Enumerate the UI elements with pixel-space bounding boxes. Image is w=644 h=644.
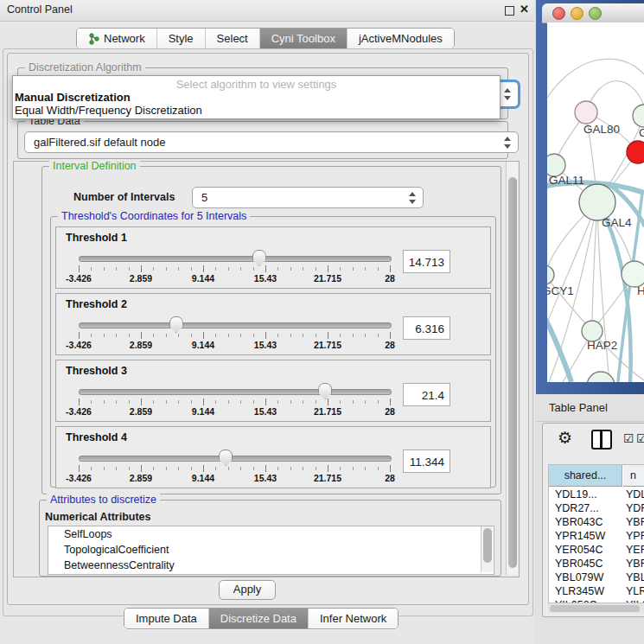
table-row[interactable]: YPR145WYPR1 bbox=[549, 529, 644, 543]
main-vertical-scrollbar[interactable] bbox=[506, 162, 518, 575]
tab-network[interactable]: Network bbox=[77, 29, 157, 48]
list-item-selfloops[interactable]: SelfLoops bbox=[48, 526, 494, 542]
number-of-intervals-combobox[interactable]: 5 bbox=[192, 187, 424, 208]
numerical-attributes-list[interactable]: SelfLoopsTopologicalCoefficientBetweenne… bbox=[48, 526, 494, 575]
slider-thumb[interactable] bbox=[252, 250, 266, 266]
tab-style[interactable]: Style bbox=[157, 29, 206, 48]
attributes-scrollbar-thumb[interactable] bbox=[483, 528, 492, 563]
slider-tick bbox=[265, 265, 266, 272]
table-data-value: galFiltered.sif default node bbox=[34, 136, 165, 149]
traffic-light-zoom-icon[interactable] bbox=[589, 7, 602, 20]
tab-discretize-data[interactable]: Discretize Data bbox=[209, 609, 309, 628]
gear-icon[interactable]: ⚙ bbox=[558, 428, 572, 447]
table-panel-header: Table Panel bbox=[536, 394, 644, 422]
algorithm-dropdown-popup: Select algorithm to view settings Manual… bbox=[12, 75, 501, 119]
node-pink[interactable] bbox=[575, 101, 597, 124]
table-row[interactable]: YER054CYER0 bbox=[549, 543, 644, 557]
traffic-light-close-icon[interactable] bbox=[552, 7, 565, 20]
table-row[interactable]: YBL079WYBL0 bbox=[549, 571, 644, 584]
table-cell: YLR345W bbox=[555, 584, 604, 598]
table-horizontal-scrollbar[interactable] bbox=[548, 603, 644, 613]
slider-tick-label: -3.426 bbox=[66, 273, 92, 284]
main-scrollbar-thumb[interactable] bbox=[508, 177, 517, 568]
table-row[interactable]: YBR045CYBR0 bbox=[549, 557, 644, 571]
slider-tick-label: -3.426 bbox=[66, 473, 92, 483]
node-label-gal4: GAL4 bbox=[602, 216, 632, 229]
slider-tick bbox=[191, 467, 192, 470]
node-gcy1[interactable] bbox=[547, 265, 554, 284]
node-label-hap2: HAP2 bbox=[587, 339, 617, 352]
list-item-topologicalcoefficient[interactable]: TopologicalCoefficient bbox=[48, 542, 494, 558]
slider-tick bbox=[116, 400, 117, 404]
slider-tick bbox=[240, 467, 241, 470]
table-data-combobox[interactable]: galFiltered.sif default node bbox=[24, 131, 519, 153]
list-item-betweennesscentrality[interactable]: BetweennessCentrality bbox=[48, 558, 494, 573]
table-cell: YER054C bbox=[555, 543, 603, 557]
columns-icon[interactable] bbox=[591, 430, 612, 450]
table-cell: YDL1 bbox=[626, 488, 644, 501]
slider-tick bbox=[166, 267, 167, 271]
node-top-right[interactable] bbox=[633, 105, 644, 127]
tab-select[interactable]: Select bbox=[206, 29, 260, 48]
slider-tick-label: 9.144 bbox=[192, 273, 214, 284]
node-bottom[interactable] bbox=[587, 372, 615, 382]
attributes-scrollbar[interactable] bbox=[481, 526, 493, 572]
tab-infer-network[interactable]: Infer Network bbox=[309, 609, 398, 628]
slider-tick bbox=[316, 334, 316, 337]
slider-tick bbox=[316, 267, 316, 271]
slider-thumb[interactable] bbox=[318, 383, 332, 399]
traffic-light-minimize-icon[interactable] bbox=[571, 7, 583, 20]
checkbox-icon[interactable]: ☑ bbox=[623, 431, 634, 445]
tab-jactivemnodules[interactable]: jActiveMNodules bbox=[348, 29, 454, 48]
checkbox-icon[interactable]: ☑ bbox=[636, 431, 644, 445]
slider-tick bbox=[253, 334, 254, 337]
tab-impute-data[interactable]: Impute Data bbox=[124, 609, 209, 628]
node-h[interactable] bbox=[622, 261, 644, 287]
table-cell: YBL079W bbox=[555, 571, 603, 584]
threshold-panel-threshold-1: Threshold 1-3.4262.8599.14415.4321.71528… bbox=[55, 226, 491, 289]
slider-tick bbox=[129, 334, 130, 337]
slider-tick bbox=[365, 334, 366, 337]
menu-item-equal-width-discretization[interactable]: Equal Width/Frequency Discretization bbox=[15, 104, 202, 117]
table-scrollbar-thumb[interactable] bbox=[550, 605, 640, 612]
table-row[interactable]: YBR043CYBR0 bbox=[549, 515, 644, 529]
table-row[interactable]: YDR27...YDR2 bbox=[549, 501, 644, 515]
threshold-value-field[interactable]: 6.316 bbox=[403, 316, 450, 340]
table-cell: YBR0 bbox=[626, 557, 644, 571]
network-window-titlebar[interactable] bbox=[542, 3, 644, 23]
column-header-shared-name[interactable]: shared... bbox=[549, 465, 622, 487]
slider-track[interactable] bbox=[79, 322, 392, 328]
table-row[interactable]: YDL19...YDL1 bbox=[549, 488, 644, 501]
menu-item-manual-discretization[interactable]: Manual Discretization bbox=[15, 91, 131, 104]
threshold-value-field[interactable]: 14.713 bbox=[403, 250, 450, 273]
column-header-name[interactable]: n bbox=[623, 465, 644, 487]
node-red[interactable] bbox=[627, 141, 644, 163]
slider-tick bbox=[228, 334, 229, 337]
slider-track[interactable] bbox=[79, 389, 392, 395]
slider-tick-label: 15.43 bbox=[254, 406, 277, 417]
threshold-panel-threshold-4: Threshold 4-3.4262.8599.14415.4321.71528… bbox=[55, 426, 491, 488]
discretization-algorithm-group-title: Discretization Algorithm bbox=[25, 61, 145, 73]
threshold-value-field[interactable]: 11.344 bbox=[403, 450, 450, 473]
slider-tick bbox=[191, 267, 192, 271]
close-icon[interactable]: ✕ bbox=[520, 3, 529, 16]
node-gal4[interactable] bbox=[579, 184, 615, 220]
slider-tick bbox=[303, 400, 303, 404]
slider-tick bbox=[303, 467, 303, 470]
slider-tick bbox=[353, 267, 354, 271]
slider-track[interactable] bbox=[79, 456, 392, 462]
slider-tick-label: 2.859 bbox=[130, 340, 152, 350]
apply-button[interactable]: Apply bbox=[219, 580, 276, 600]
slider-track[interactable] bbox=[79, 256, 392, 262]
slider-tick bbox=[203, 399, 204, 405]
network-canvas[interactable]: GAL80 GA GAL11 GAL4 GCY1 H HAP2 bbox=[547, 22, 644, 382]
table-row[interactable]: YLR345WYLR3 bbox=[549, 584, 644, 598]
threshold-value-field[interactable]: 21.4 bbox=[403, 383, 450, 406]
slider-tick bbox=[365, 400, 366, 404]
tab-cyni-toolbox[interactable]: Cyni Toolbox bbox=[260, 29, 348, 48]
slider-thumb[interactable] bbox=[219, 450, 233, 466]
slider-tick-label: 21.715 bbox=[314, 340, 341, 350]
threshold-panel-threshold-3: Threshold 3-3.4262.8599.14415.4321.71528… bbox=[55, 360, 491, 422]
float-window-icon[interactable] bbox=[505, 6, 514, 16]
slider-thumb[interactable] bbox=[169, 316, 183, 333]
